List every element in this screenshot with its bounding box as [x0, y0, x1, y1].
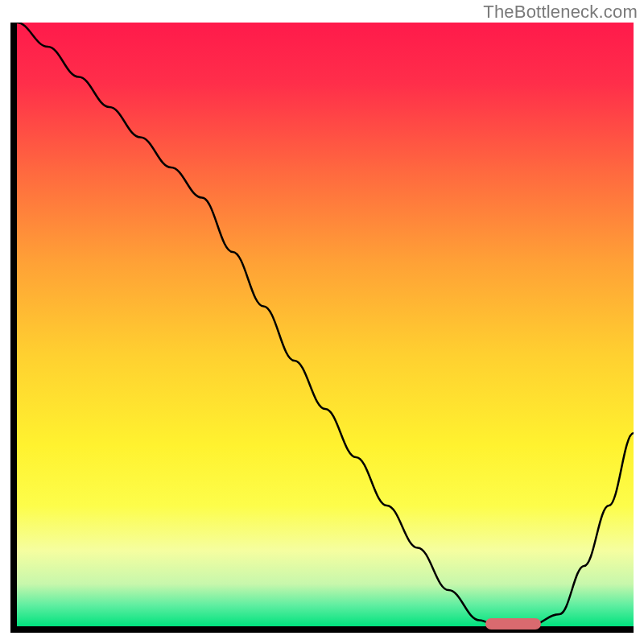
valley-marker [485, 618, 541, 630]
plot-area [10, 23, 634, 633]
y-axis [10, 23, 17, 633]
chart-root: TheBottleneck.com [0, 0, 644, 644]
gradient-fill [17, 23, 634, 626]
x-axis [10, 626, 634, 633]
chart-svg [10, 23, 634, 633]
watermark-text: TheBottleneck.com [483, 2, 638, 23]
